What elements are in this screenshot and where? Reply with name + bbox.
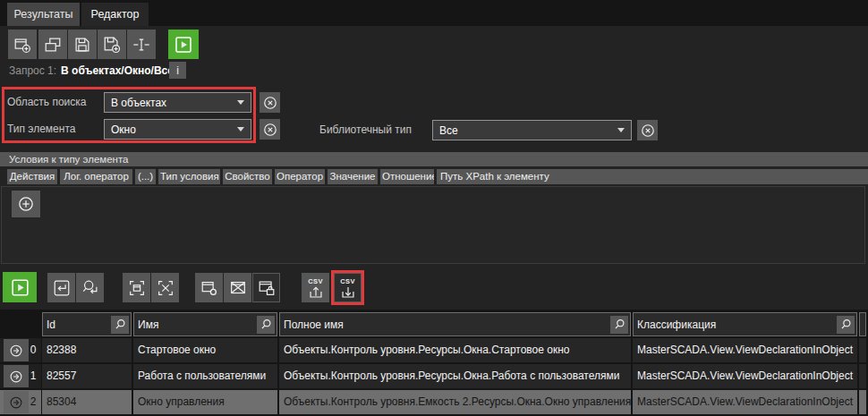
rename-icon	[132, 35, 151, 55]
column-search-id-button[interactable]	[111, 316, 129, 334]
csv-export-label: CSV	[340, 278, 355, 285]
element-type-select[interactable]: Окно	[104, 119, 251, 140]
column-header-full-name[interactable]: Полное имя	[279, 312, 631, 336]
open-row-button[interactable]	[4, 365, 29, 387]
circle-arrow-right-icon	[8, 369, 24, 385]
save-as-query-button[interactable]	[98, 30, 126, 59]
cell-stub	[859, 338, 866, 362]
table-row[interactable]: 0 82388 Стартовое окно Объекты.Контроль …	[0, 338, 868, 362]
cell-id: 82557	[42, 364, 132, 388]
circle-arrow-right-icon	[8, 395, 24, 411]
csv-import-label: CSV	[308, 278, 323, 285]
cond-col-logic-operator: Лог. оператор	[60, 169, 132, 184]
chevron-down-icon	[617, 128, 625, 132]
cond-col-condition-type: Тип условия	[158, 169, 220, 184]
table-row-selected[interactable]: 2 85304 Окно управления Объекты.Контроль…	[0, 390, 868, 414]
cell-classification: MasterSCADA.View.ViewDeclarationInObject	[633, 338, 857, 362]
query-info-button[interactable]: i	[169, 62, 186, 79]
table-row[interactable]: 1 82557 Работа с пользователями Объекты.…	[0, 364, 868, 388]
window-x-icon	[228, 278, 248, 298]
expand-window-icon	[127, 278, 147, 298]
lock-results-button[interactable]	[252, 273, 280, 302]
tab-editor[interactable]: Редактор	[81, 3, 149, 26]
csv-import-button[interactable]: CSV	[302, 273, 329, 302]
column-header-id[interactable]: Id	[42, 312, 132, 336]
cond-col-xpath: Путь XPath к элементу	[437, 169, 868, 184]
library-type-label: Библиотечный тип	[319, 120, 412, 140]
column-search-full-name-button[interactable]	[610, 316, 628, 334]
query-summary: Запрос 1: В объектах/Окно/Все	[9, 64, 174, 77]
circle-arrow-right-icon	[8, 343, 24, 359]
rename-query-button[interactable]	[127, 30, 156, 59]
cond-col-relation: Отношение	[380, 169, 434, 184]
search-icon	[259, 318, 273, 332]
row-index: 2	[26, 390, 40, 414]
chevron-down-icon	[237, 127, 244, 132]
cell-name: Стартовое окно	[133, 338, 277, 362]
clear-library-type-button[interactable]	[637, 120, 658, 140]
circle-x-icon	[261, 121, 279, 139]
duplicate-query-button[interactable]	[38, 30, 67, 59]
open-row-button[interactable]	[4, 339, 29, 361]
search-scope-select[interactable]: В объектах	[104, 92, 251, 113]
window-gear-icon	[200, 278, 219, 298]
enter-arrow-icon	[52, 278, 72, 298]
cell-id: 85304	[42, 390, 132, 414]
column-header-classification[interactable]: Классификация	[633, 312, 857, 336]
query-value: В объектах/Окно/Все	[61, 64, 174, 77]
conditions-section-title: Условия к типу элемента	[0, 152, 868, 166]
window-lock-icon	[257, 278, 277, 298]
open-row-button[interactable]	[4, 391, 29, 413]
cell-stub	[859, 390, 866, 414]
circle-plus-icon	[16, 194, 36, 214]
cell-classification: MasterSCADA.View.ViewDeclarationInObject	[633, 364, 857, 388]
play-icon	[173, 34, 194, 55]
tab-bar: Результаты Редактор	[0, 0, 868, 26]
library-type-select[interactable]: Все	[432, 120, 632, 140]
new-query-button[interactable]	[8, 30, 37, 59]
column-search-classification-button[interactable]	[837, 316, 855, 334]
save-icon	[72, 35, 92, 55]
circle-x-icon	[639, 122, 657, 140]
column-header-name-label: Имя	[138, 318, 158, 331]
column-header-name[interactable]: Имя	[133, 312, 277, 336]
save-query-button[interactable]	[68, 30, 97, 59]
csv-export-button[interactable]: CSV	[334, 273, 362, 302]
add-condition-button[interactable]	[12, 191, 40, 217]
cond-col-actions: Действия	[7, 169, 57, 184]
column-header-id-label: Id	[47, 318, 55, 331]
expand-view-button[interactable]	[123, 273, 150, 302]
collapse-view-button[interactable]	[151, 273, 179, 302]
play-icon	[9, 276, 31, 299]
goto-element-button[interactable]	[47, 273, 75, 302]
search-icon	[838, 318, 853, 332]
cell-name: Работа с пользователями	[133, 364, 277, 388]
window-settings-button[interactable]	[195, 273, 223, 302]
run-results-button[interactable]	[3, 272, 37, 302]
clear-search-scope-button[interactable]	[260, 92, 280, 113]
copy-windows-icon	[43, 35, 63, 55]
clear-results-button[interactable]	[224, 273, 251, 302]
query-editor-window: Результаты Редактор	[0, 0, 868, 416]
cond-col-operator: Оператор	[275, 169, 325, 184]
run-query-button[interactable]	[168, 30, 199, 59]
stub-column-header	[859, 312, 866, 336]
cond-col-brackets: (...)	[135, 169, 156, 184]
search-icon	[612, 318, 626, 332]
search-scope-value: В объектах	[111, 97, 166, 109]
cell-full-name: Объекты.Контроль уровня.Емкость 2.Ресурс…	[279, 390, 631, 414]
clear-element-type-button[interactable]	[260, 119, 280, 140]
cell-name: Окно управления	[133, 390, 277, 414]
find-in-tree-button[interactable]	[76, 273, 104, 302]
tab-results[interactable]: Результаты	[7, 3, 80, 26]
cond-col-value: Значение	[328, 169, 378, 184]
cond-col-property: Свойство	[223, 169, 272, 184]
element-type-value: Окно	[111, 123, 136, 136]
csv-download-icon	[338, 285, 358, 299]
conditions-list-panel	[1, 186, 865, 264]
library-type-value: Все	[439, 124, 458, 137]
column-search-name-button[interactable]	[257, 316, 275, 334]
element-type-label: Тип элемента	[7, 119, 75, 140]
column-header-full-name-label: Полное имя	[284, 318, 344, 331]
cell-id: 82388	[42, 338, 132, 362]
